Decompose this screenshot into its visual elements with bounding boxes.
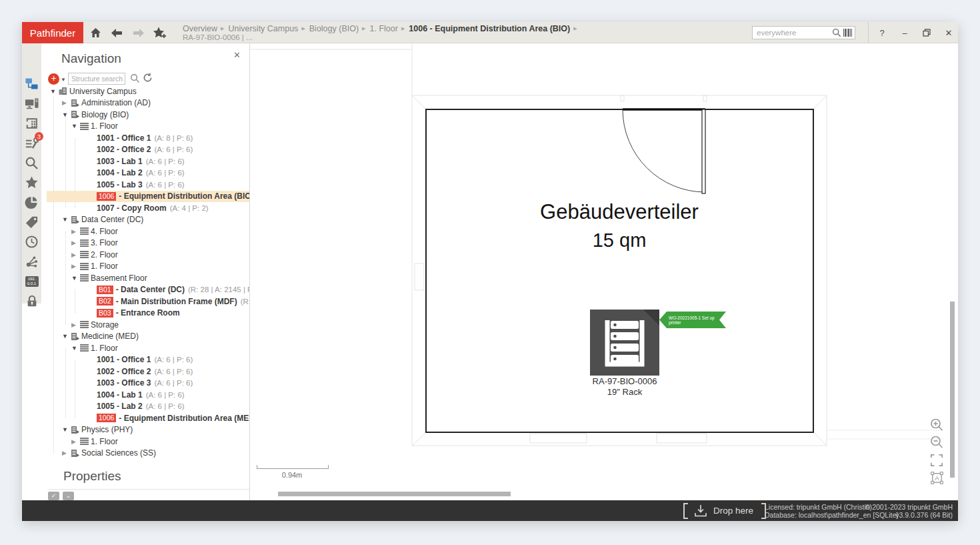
collapse-arrow-icon[interactable]: ▼ [71, 275, 80, 282]
collapse-arrow-icon[interactable]: ▼ [50, 88, 59, 95]
expand-arrow-icon[interactable]: ▶ [71, 228, 80, 235]
tree-item-data-center-dc[interactable]: ▼Data Center (DC) [47, 214, 250, 226]
tree-item-1-floor[interactable]: ▶1. Floor [47, 436, 250, 448]
breadcrumb-line2[interactable]: RA-97-BIO-0006 | ... [183, 33, 253, 41]
toolbar-search-button[interactable] [24, 155, 39, 171]
app-window: Pathfinder Overview▶University Campus▶Bi… [22, 22, 958, 521]
tree-item-social-sciences-ss[interactable]: ▶Social Sciences (SS) [47, 448, 250, 460]
tree-item-1007-copy-room[interactable]: 1007 - Copy Room(A: 4 | P: 2) [47, 202, 250, 214]
tree-item-biology-bio[interactable]: ▼Biology (BIO) [47, 109, 250, 121]
zoom-out-button[interactable] [929, 434, 945, 450]
minimize-button[interactable]: – [897, 22, 912, 43]
tree-item-1003-lab-1[interactable]: 1003 - Lab 1(A: 6 | P: 6) [47, 155, 250, 167]
tree-item-university-campus[interactable]: ▼University Campus [47, 85, 250, 97]
expand-arrow-icon[interactable]: ▶ [71, 239, 80, 246]
tree-item-1-floor[interactable]: ▼1. Floor [47, 121, 250, 133]
tree-item-1006-equipment-distribution-area-med[interactable]: 1006- Equipment Distribution Area (MED)(… [47, 412, 250, 424]
expand-arrow-icon[interactable]: ▶ [71, 438, 80, 445]
tree-item-4-floor[interactable]: ▶4. Floor [47, 225, 250, 237]
collapse-arrow-icon[interactable]: ▼ [62, 426, 71, 433]
tree-item-physics-phy[interactable]: ▼Physics (PHY) [47, 424, 250, 436]
collapse-arrow-icon[interactable]: ▼ [62, 111, 71, 118]
structure-search-icon[interactable] [130, 73, 140, 83]
breadcrumb-item-overview[interactable]: Overview [183, 24, 217, 33]
expand-arrow-icon[interactable]: ▶ [62, 450, 71, 456]
restore-button[interactable] [919, 22, 934, 43]
breadcrumb-item-1-floor[interactable]: 1. Floor [370, 24, 398, 33]
properties-check-button[interactable]: ✓ [48, 492, 59, 500]
expand-arrow-icon[interactable]: ▶ [71, 251, 80, 258]
tree-item-3-floor[interactable]: ▶3. Floor [47, 237, 250, 249]
collapse-arrow-icon[interactable]: ▼ [71, 123, 80, 129]
tree-item-label: 1007 - Copy Room [97, 203, 167, 213]
floorplan-canvas[interactable]: Gebäudeverteiler 15 qm RA-97-BIO-0006 19… [250, 43, 958, 500]
add-structure-button[interactable]: + [48, 73, 59, 85]
toggle-labels-button[interactable]: A [929, 470, 945, 486]
collapse-arrow-icon[interactable]: ▼ [62, 216, 71, 223]
rack-asset[interactable] [590, 310, 659, 376]
toolbar-workorders-button[interactable]: 3 [24, 135, 39, 151]
expand-arrow-icon[interactable]: ▶ [62, 99, 71, 106]
help-button[interactable]: ? [875, 22, 889, 43]
toolbar-tags-button[interactable] [24, 214, 39, 229]
tree-item-medicine-med[interactable]: ▼Medicine (MED) [47, 331, 250, 343]
breadcrumb-item-university-campus[interactable]: University Campus [228, 24, 298, 33]
tree-item-1005-lab-2[interactable]: 1005 - Lab 2(A: 6 | P: 6) [47, 401, 250, 413]
panel-close-button[interactable]: ✕ [233, 50, 241, 60]
tree-item-storage[interactable]: ▶Storage [47, 319, 250, 331]
toolbar-ipaddresses-button[interactable]: 192.0.0.1 [24, 274, 39, 289]
toolbar-workstations-button[interactable] [24, 96, 39, 111]
tree-item-1001-office-1[interactable]: 1001 - Office 1(A: 8 | P: 6) [47, 132, 250, 144]
tree-item-administration-ad[interactable]: ▶Administration (AD) [47, 97, 250, 109]
breadcrumb-item-1006-equipment-distribution-area-bio[interactable]: 1006 - Equipment Distribution Area (BIO) [409, 24, 570, 33]
forward-button[interactable] [129, 22, 147, 43]
zoom-in-button[interactable] [929, 417, 945, 433]
tree-item-1002-office-2[interactable]: 1002 - Office 2(A: 6 | P: 6) [47, 366, 250, 378]
add-favorite-button[interactable] [151, 22, 168, 43]
tree-item-b01-data-center-dc[interactable]: B01- Data Center (DC)(R: 28 | A: 2145 | … [47, 284, 250, 296]
tree-item-b02-main-distribution-frame-mdf[interactable]: B02- Main Distribution Frame (MDF)(R: 2 … [47, 296, 250, 308]
horizontal-scrollbar[interactable] [278, 492, 511, 496]
toolbar-reports-button[interactable] [24, 195, 39, 210]
breadcrumb-item-biology-bio[interactable]: Biology (BIO) [309, 24, 359, 33]
app-logo[interactable]: Pathfinder [22, 22, 83, 43]
tree-item-1005-lab-3[interactable]: 1005 - Lab 3(A: 6 | P: 6) [47, 179, 250, 191]
expand-arrow-icon[interactable]: ▶ [71, 263, 80, 269]
toolbar-security-button[interactable] [24, 294, 39, 309]
tree-item-counts: (A: 6 | P: 6) [154, 368, 193, 376]
toolbar-favorites-button[interactable] [24, 175, 39, 190]
tree-item-1001-office-1[interactable]: 1001 - Office 1(A: 6 | P: 6) [47, 354, 250, 366]
fit-view-button[interactable] [929, 452, 945, 468]
collapse-arrow-icon[interactable]: ▼ [71, 345, 80, 352]
search-icon[interactable] [832, 28, 841, 37]
tree-item-1003-office-3[interactable]: 1003 - Office 3(A: 6 | P: 6) [47, 378, 250, 390]
vertical-scrollbar[interactable] [950, 302, 955, 478]
tree-item-1004-lab-2[interactable]: 1004 - Lab 2(A: 6 | P: 6) [47, 167, 250, 179]
collapse-arrow-icon[interactable]: ▼ [62, 333, 71, 340]
refresh-icon[interactable] [143, 73, 153, 83]
tree-item-1002-office-2[interactable]: 1002 - Office 2(A: 6 | P: 6) [47, 144, 250, 156]
barcode-scan-icon[interactable] [843, 29, 852, 37]
toolbar-history-button[interactable] [24, 234, 39, 249]
tree-item-1-floor[interactable]: ▼1. Floor [47, 342, 250, 354]
tree-item-1004-lab-1[interactable]: 1004 - Lab 1(A: 6 | P: 6) [47, 389, 250, 401]
structure-search-input[interactable] [68, 73, 125, 85]
expand-arrow-icon[interactable]: ▶ [71, 322, 80, 328]
work-order-tag[interactable]: WO-20221005-1 Set up printer [659, 312, 726, 328]
add-dropdown-caret-icon[interactable]: ▼ [61, 77, 66, 83]
tree-item-2-floor[interactable]: ▶2. Floor [47, 249, 250, 261]
global-search-input[interactable] [753, 29, 832, 37]
toolbar-navigation-button[interactable] [24, 76, 39, 91]
properties-collapse-button[interactable]: ⌄ [63, 492, 74, 500]
global-search[interactable] [752, 26, 855, 39]
toolbar-floorplan-button[interactable] [24, 115, 39, 131]
close-button[interactable]: ✕ [941, 22, 956, 43]
drop-target[interactable]: Drop here [683, 502, 766, 519]
tree-item-basement-floor[interactable]: ▼Basement Floor [47, 272, 250, 284]
tree-item-1006-equipment-distribution-area-bio[interactable]: 1006- Equipment Distribution Area (BIO)(… [47, 191, 250, 203]
home-button[interactable] [87, 22, 104, 43]
back-button[interactable] [108, 22, 125, 43]
tree-item-1-floor[interactable]: ▶1. Floor [47, 261, 250, 273]
tree-item-b03-entrance-room[interactable]: B03- Entrance Room [47, 308, 250, 320]
toolbar-topology-button[interactable] [24, 254, 39, 269]
